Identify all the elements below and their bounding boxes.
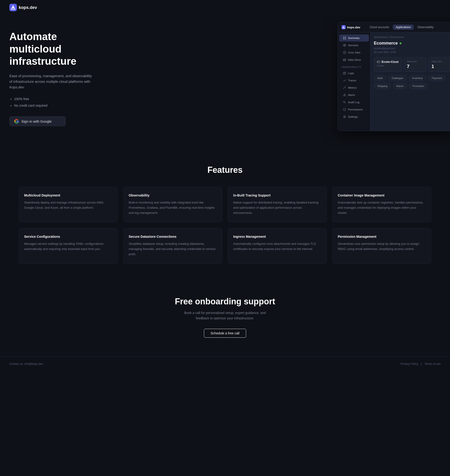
hero-bullets: 100% free No credit card required <box>9 96 108 109</box>
service-bubble-catalogue[interactable]: Catalogue <box>388 75 407 81</box>
svg-line-25 <box>345 102 346 103</box>
app-topbar: kops.dev Cloud accounts Applications Obs… <box>338 22 450 32</box>
app-body: Summary Services Cron Jobs <box>338 32 450 131</box>
svg-point-6 <box>343 27 344 28</box>
features-section: Features Multicloud Deployment Seamlessl… <box>0 146 450 278</box>
svg-rect-27 <box>377 61 380 63</box>
logo-area: kops.dev <box>9 4 37 11</box>
schedule-call-button[interactable]: Schedule a free call <box>204 329 246 338</box>
footer-contact: Contact us: info@kops.dev <box>9 362 43 366</box>
sidebar-item-data-store[interactable]: Data Store <box>339 56 369 63</box>
feature-title-container: Container Image Management <box>338 193 426 197</box>
services-label: Services <box>407 60 424 63</box>
services-count: 7 <box>407 64 424 69</box>
sidebar-item-cron-jobs[interactable]: Cron Jobs <box>339 49 369 56</box>
cluster-label: Cluster <box>377 65 399 67</box>
services-grid: Auth Catalogue Inventory Payment Shippin… <box>374 75 450 89</box>
svg-point-16 <box>343 59 346 60</box>
svg-point-23 <box>344 95 344 96</box>
sidebar-label-settings: Settings <box>348 115 358 118</box>
sidebar-item-alerts[interactable]: Alerts <box>339 91 369 98</box>
feature-desc-datastore: Simplifies database setup, including cre… <box>129 241 217 257</box>
app-meta: johndoe@gmail.com 5th June 2024, 13:45 <box>374 47 450 54</box>
sidebar-item-logs[interactable]: Logs <box>339 70 369 77</box>
top-nav: kops.dev <box>0 0 450 15</box>
app-screenshot: kops.dev Cloud accounts Applications Obs… <box>338 22 450 131</box>
service-bubble-payment[interactable]: Payment <box>428 75 445 81</box>
footer-separator: | <box>421 362 422 366</box>
app-page-title: Ecommerce <box>374 41 398 46</box>
app-meta-date: 5th June 2024, 13:45 <box>374 50 450 54</box>
svg-point-2 <box>12 7 14 8</box>
feature-desc-observability: Built-in monitoring and visibility with … <box>129 200 217 215</box>
terms-of-use-link[interactable]: Terms of use <box>424 362 441 366</box>
sidebar-item-traces[interactable]: Traces <box>339 77 369 84</box>
service-bubble-shipping[interactable]: Shipping <box>374 83 391 89</box>
sidebar-label-data-store: Data Store <box>348 58 361 61</box>
tab-applications[interactable]: Applications <box>393 25 414 30</box>
app-logo-icon <box>342 25 346 29</box>
logs-icon <box>343 71 346 75</box>
feature-title-observability: Observability <box>129 193 217 197</box>
feature-desc-container: Automatically sets up container registri… <box>338 200 426 215</box>
feature-desc-service-config: Manages service settings by handling YAM… <box>24 241 112 252</box>
sidebar-label-alerts: Alerts <box>348 94 355 96</box>
sidebar-label-services: Services <box>348 44 358 47</box>
sidebar-item-permissions[interactable]: Permissions <box>339 106 369 113</box>
tab-observability[interactable]: Observability <box>414 25 436 30</box>
google-logo-icon <box>14 119 19 124</box>
app-page-header: Ecommerce <box>374 41 450 46</box>
privacy-policy-link[interactable]: Privacy Policy <box>401 362 418 366</box>
onboarding-title: Free onboarding support <box>9 297 441 306</box>
app-brand-name: kops.dev <box>347 26 360 29</box>
footer-links: Privacy Policy | Terms of use <box>401 362 441 366</box>
app-meta-user: johndoe@gmail.com <box>374 47 450 50</box>
sidebar-item-summary[interactable]: Summary <box>339 35 369 42</box>
feature-card-ingress: Ingress Management Automatically configu… <box>228 228 327 264</box>
sign-in-google-button[interactable]: Sign in with Google <box>9 116 66 126</box>
sidebar-label-logs: Logs <box>348 72 354 75</box>
feature-card-container: Container Image Management Automatically… <box>332 187 431 222</box>
status-dot <box>400 42 402 44</box>
settings-icon <box>343 115 346 119</box>
services-icon <box>343 44 346 47</box>
feature-title-tracing: In-Built Tracing Support <box>233 193 321 197</box>
sidebar-label-audit-log: Audit Log <box>348 101 360 104</box>
data-stores-label: Data Sto... <box>432 60 448 63</box>
hero-bullet-2: No credit card required <box>14 102 108 109</box>
feature-title-service-config: Service Configurations <box>24 235 112 238</box>
svg-line-15 <box>344 53 345 53</box>
hero-subtitle: Ease of provisioning, management, and ob… <box>9 73 94 90</box>
features-grid: Multicloud Deployment Seamlessly deploy … <box>19 187 431 264</box>
sidebar-label-summary: Summary <box>348 36 360 39</box>
feature-card-multicloud: Multicloud Deployment Seamlessly deploy … <box>19 187 118 222</box>
sign-in-google-label: Sign in with Google <box>21 119 52 123</box>
sidebar-section-observability: Observability <box>338 64 370 69</box>
hero-section: Automate multicloud infrastructure Ease … <box>0 15 450 146</box>
services-count-card: Services 7 <box>404 57 426 72</box>
sidebar-label-traces: Traces <box>348 79 356 82</box>
cron-jobs-icon <box>343 51 346 54</box>
features-title: Features <box>19 165 431 175</box>
traces-icon <box>343 79 346 82</box>
sidebar-item-metrics[interactable]: Metrics <box>339 84 369 91</box>
svg-point-12 <box>344 45 345 46</box>
sidebar-label-cron-jobs: Cron Jobs <box>348 51 360 54</box>
sidebar-item-settings[interactable]: Settings <box>339 113 369 120</box>
service-bubble-auth[interactable]: Auth <box>374 75 386 81</box>
sidebar-label-permissions: Permissions <box>348 108 363 111</box>
feature-title-multicloud: Multicloud Deployment <box>24 193 112 197</box>
feature-desc-tracing: Native support for distributed tracing, … <box>233 200 321 215</box>
sidebar-item-audit-log[interactable]: Audit Log <box>339 99 369 106</box>
footer: Contact us: info@kops.dev Privacy Policy… <box>0 357 450 371</box>
service-bubble-admin[interactable]: Admin <box>393 83 407 89</box>
tab-cloud-accounts[interactable]: Cloud accounts <box>367 25 392 30</box>
svg-rect-9 <box>343 38 344 39</box>
summary-icon <box>343 36 346 40</box>
service-bubble-inventory[interactable]: Inventory <box>409 75 426 81</box>
app-logo-small: kops.dev <box>342 25 360 29</box>
sidebar-item-services[interactable]: Services <box>339 42 369 49</box>
svg-rect-10 <box>345 38 346 39</box>
cluster-name: Ecom-Clust <box>382 60 398 64</box>
service-bubble-promotion[interactable]: Promotion <box>409 83 428 89</box>
